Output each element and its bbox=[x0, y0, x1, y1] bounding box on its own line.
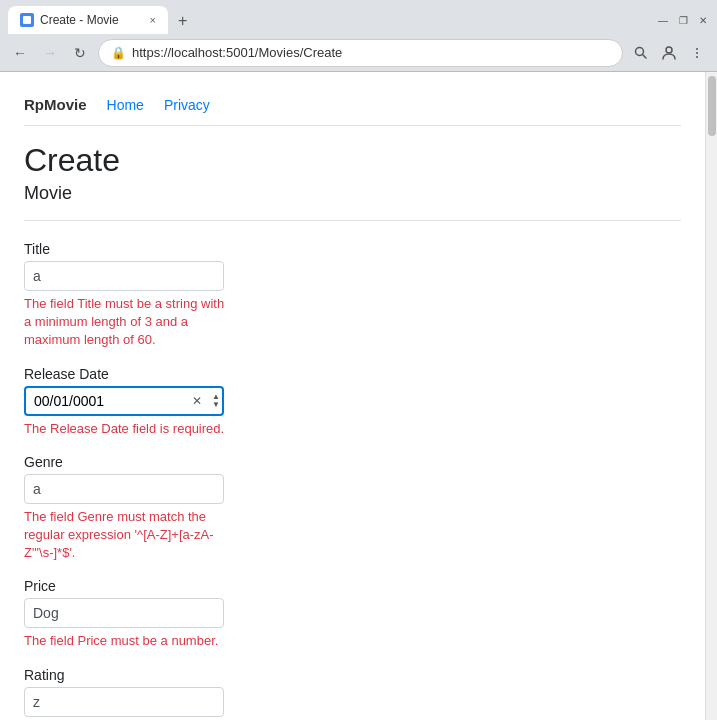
svg-point-3 bbox=[696, 48, 698, 50]
lock-icon: 🔒 bbox=[111, 46, 126, 60]
price-field-group: Price The field Price must be a number. bbox=[24, 578, 681, 650]
create-movie-form: Title The field Title must be a string w… bbox=[24, 241, 681, 720]
release-date-field-group: Release Date ✕ ▲ ▼ The Release Date fiel… bbox=[24, 366, 681, 438]
title-label: Title bbox=[24, 241, 681, 257]
svg-point-2 bbox=[666, 47, 672, 53]
title-error: The field Title must be a string with a … bbox=[24, 295, 234, 350]
divider bbox=[24, 220, 681, 221]
forward-button[interactable]: → bbox=[38, 41, 62, 65]
tab-favicon bbox=[20, 13, 34, 27]
tab-title: Create - Movie bbox=[40, 13, 119, 27]
date-spin-buttons[interactable]: ▲ ▼ bbox=[212, 393, 220, 409]
date-clear-button[interactable]: ✕ bbox=[192, 394, 202, 408]
svg-point-4 bbox=[696, 52, 698, 54]
tab-close-button[interactable]: × bbox=[150, 14, 156, 26]
date-input-wrapper: ✕ ▲ ▼ bbox=[24, 386, 224, 416]
close-button[interactable]: ✕ bbox=[697, 14, 709, 26]
date-spin-down[interactable]: ▼ bbox=[212, 401, 220, 409]
rating-input[interactable] bbox=[24, 687, 224, 717]
site-brand[interactable]: RpMovie bbox=[24, 96, 87, 113]
menu-icon[interactable] bbox=[685, 41, 709, 65]
price-input[interactable] bbox=[24, 598, 224, 628]
url-text: https://localhost:5001/Movies/Create bbox=[132, 45, 610, 60]
release-date-label: Release Date bbox=[24, 366, 681, 382]
new-tab-button[interactable]: + bbox=[168, 8, 197, 34]
minimize-button[interactable]: — bbox=[657, 14, 669, 26]
scrollbar-thumb[interactable] bbox=[708, 76, 716, 136]
reload-button[interactable]: ↻ bbox=[68, 41, 92, 65]
profile-icon[interactable] bbox=[657, 41, 681, 65]
title-input[interactable] bbox=[24, 261, 224, 291]
window-controls: — ❐ ✕ bbox=[657, 14, 709, 26]
search-icon[interactable] bbox=[629, 41, 653, 65]
release-date-error: The Release Date field is required. bbox=[24, 420, 234, 438]
title-field-group: Title The field Title must be a string w… bbox=[24, 241, 681, 350]
rating-label: Rating bbox=[24, 667, 681, 683]
address-bar[interactable]: 🔒 https://localhost:5001/Movies/Create bbox=[98, 39, 623, 67]
back-button[interactable]: ← bbox=[8, 41, 32, 65]
price-error: The field Price must be a number. bbox=[24, 632, 234, 650]
maximize-button[interactable]: ❐ bbox=[677, 14, 689, 26]
nav-privacy[interactable]: Privacy bbox=[164, 97, 210, 113]
genre-error: The field Genre must match the regular e… bbox=[24, 508, 234, 563]
nav-home[interactable]: Home bbox=[107, 97, 144, 113]
genre-label: Genre bbox=[24, 454, 681, 470]
svg-point-5 bbox=[696, 56, 698, 58]
scrollbar-track[interactable] bbox=[705, 72, 717, 720]
browser-tab[interactable]: Create - Movie × bbox=[8, 6, 168, 34]
genre-field-group: Genre The field Genre must match the reg… bbox=[24, 454, 681, 563]
site-nav: RpMovie Home Privacy bbox=[24, 88, 681, 126]
svg-line-1 bbox=[643, 54, 647, 58]
genre-input[interactable] bbox=[24, 474, 224, 504]
price-label: Price bbox=[24, 578, 681, 594]
page-title: Create bbox=[24, 142, 681, 179]
rating-field-group: Rating The field Rating must match the r… bbox=[24, 667, 681, 721]
page-subtitle: Movie bbox=[24, 183, 681, 204]
